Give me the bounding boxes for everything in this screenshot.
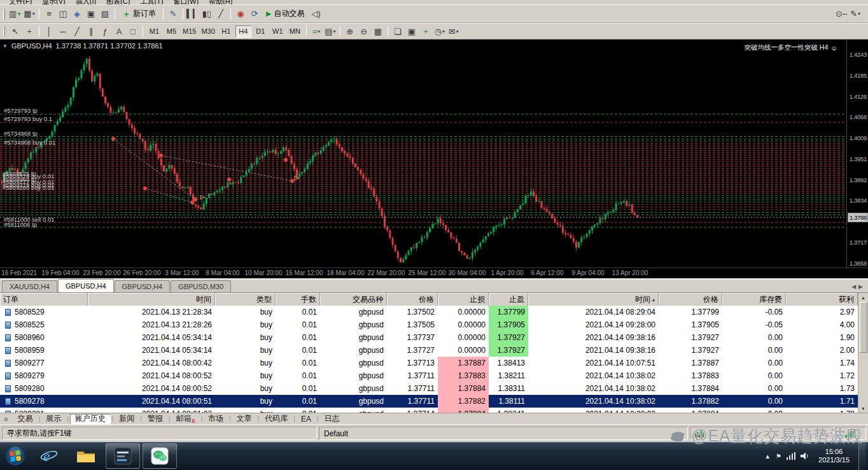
terminal-scrollbar[interactable]: ▲ ▼ — [858, 293, 868, 413]
tile-windows-icon[interactable]: ▦ — [371, 25, 385, 38]
history-row[interactable]: 58089592021.04.14 05:34:14buy0.01gbpusd1… — [0, 344, 868, 357]
network-icon[interactable] — [787, 452, 795, 460]
new-order-button[interactable]: ＋ 新订单 — [118, 7, 160, 21]
toolbar-grip[interactable] — [3, 26, 5, 36]
chart-tab[interactable]: GBPUSD,H4 — [115, 280, 171, 292]
column-header[interactable]: 库存费 — [722, 293, 786, 306]
timeframe-m15-button[interactable]: M15 — [181, 25, 198, 38]
collapse-icon[interactable]: ▼ — [3, 43, 8, 49]
tab-scroll-right-icon[interactable]: ▶ — [858, 283, 863, 290]
column-header[interactable]: 价格 — [659, 293, 722, 306]
profile-status[interactable]: Default — [319, 427, 688, 440]
timeframe-m30-button[interactable]: M30 — [199, 25, 216, 38]
column-header[interactable]: 止损 — [438, 293, 489, 306]
chart-plot[interactable]: ▼ GBPUSD,H4 1.37738 1.37871 1.37702 1.37… — [0, 39, 846, 267]
timeframe-mn-button[interactable]: MN — [287, 25, 303, 38]
taskbar-explorer-button[interactable] — [69, 443, 103, 469]
alerts-icon[interactable]: ◉ — [234, 7, 248, 20]
history-row[interactable]: 58085292021.04.13 21:28:34buy0.01gbpusd1… — [0, 306, 868, 318]
timeframe-w1-button[interactable]: W1 — [270, 25, 286, 38]
strategy-tester-icon[interactable]: ▧ — [98, 7, 112, 20]
history-row[interactable]: 58089602021.04.14 05:34:14buy0.01gbpusd1… — [0, 331, 868, 344]
column-header[interactable]: 时间 — [88, 293, 215, 306]
vertical-line-icon[interactable]: │ — [42, 25, 56, 38]
navigator-icon[interactable]: ◈ — [70, 7, 84, 20]
indicators-icon[interactable]: ≈▾ — [309, 25, 323, 38]
timeframe-m1-button[interactable]: M1 — [146, 25, 162, 38]
price-axis[interactable]: 1.42431.41851.41261.40681.40091.39511.38… — [846, 39, 868, 267]
history-row[interactable]: 58092792021.04.14 08:00:52buy0.01gbpusd1… — [0, 369, 868, 382]
menu-item[interactable]: 插入(I) — [76, 0, 96, 4]
market-watch-icon[interactable]: ≡ — [42, 7, 56, 20]
timeframe-d1-button[interactable]: D1 — [253, 25, 269, 38]
new-window-icon[interactable]: ＋ — [419, 25, 433, 38]
column-header[interactable]: 类型 — [215, 293, 276, 306]
arrange-windows-icon[interactable]: ▣ — [405, 25, 419, 38]
menu-item[interactable]: 工具(T) — [140, 0, 163, 4]
terminal-tab[interactable]: 交易 — [13, 414, 37, 424]
data-window-icon[interactable]: ◫ — [56, 7, 70, 20]
terminal-tab[interactable]: 邮箱6 — [171, 414, 199, 424]
new-chart-icon[interactable]: ▥+ — [8, 7, 22, 20]
chart-tab[interactable]: XAUUSD,H4 — [2, 280, 57, 292]
tab-scroll-left-icon[interactable]: ◀ — [851, 283, 856, 290]
speaker-icon[interactable]: ◁) — [309, 7, 323, 20]
chart-tab[interactable]: GBPUSD,H4 — [58, 279, 114, 292]
start-button[interactable] — [0, 442, 31, 470]
cascade-windows-icon[interactable]: ❏ — [391, 25, 405, 38]
mail-template-icon[interactable]: ✉▾ — [447, 25, 461, 38]
zoom-out-icon[interactable]: ⊖ — [357, 25, 371, 38]
scroll-up-icon[interactable]: ▲ — [861, 293, 865, 302]
taskbar-app-button[interactable] — [106, 443, 140, 469]
terminal-tab[interactable]: 文章 — [232, 414, 256, 424]
taskbar-wechat-button[interactable] — [143, 443, 177, 469]
bar-chart-type-icon[interactable]: ▍▎ — [186, 7, 200, 20]
column-header[interactable]: 获利 — [786, 293, 858, 306]
menu-item[interactable]: 窗口(W) — [173, 0, 199, 4]
taskbar-clock[interactable]: 15:06 2021/3/15 — [815, 448, 853, 464]
menu-item[interactable]: 文件(F) — [9, 0, 32, 4]
zoom-in-icon[interactable]: ⊕ — [343, 25, 357, 38]
column-header[interactable]: 止盈 — [489, 293, 528, 306]
shapes-icon[interactable]: □ — [126, 25, 140, 38]
candlestick-type-icon[interactable]: ▮▯ — [200, 7, 214, 20]
terminal-tab[interactable]: EA — [297, 414, 316, 424]
terminal-tab[interactable]: 警报 — [143, 414, 167, 424]
horizontal-line-icon[interactable]: ─ — [56, 25, 70, 38]
hidden-icons-button[interactable]: ▲ — [764, 453, 771, 460]
column-header[interactable]: 价格 — [387, 293, 438, 306]
profiles-icon[interactable]: ▦▾ — [22, 7, 36, 20]
column-header[interactable]: 时间▴ — [528, 293, 659, 306]
column-header[interactable]: 手数 — [276, 293, 320, 306]
timeframe-h4-button[interactable]: H4 — [235, 25, 251, 38]
history-row[interactable]: 58092772021.04.14 08:00:42buy0.01gbpusd1… — [0, 357, 868, 369]
cursor-icon[interactable]: ↖ — [8, 25, 22, 38]
scroll-thumb[interactable] — [860, 302, 867, 353]
chart-tab[interactable]: GBPUSD,M30 — [171, 280, 231, 292]
timeframe-m5-button[interactable]: M5 — [164, 25, 179, 38]
metaeditor-icon[interactable]: ✎ — [166, 7, 180, 20]
refresh-icon[interactable]: ⟳ — [248, 7, 262, 20]
action-center-icon[interactable]: ⚑ — [776, 453, 781, 460]
history-row[interactable]: 58092782021.04.14 08:00:51buy0.01gbpusd1… — [0, 395, 868, 408]
crosshair-icon[interactable]: ＋ — [22, 25, 36, 38]
search-icon[interactable]: ⊙– — [834, 7, 848, 20]
terminal-tab[interactable]: 展示 — [41, 414, 66, 424]
history-row[interactable]: 58092802021.04.14 08:00:52buy0.01gbpusd1… — [0, 382, 868, 395]
line-chart-type-icon[interactable]: ╱ — [214, 7, 228, 20]
column-header[interactable]: 订单 — [0, 293, 88, 306]
autotrading-button[interactable]: ▶ 自动交易 — [262, 7, 309, 21]
channel-icon[interactable]: ∥ — [84, 25, 98, 38]
period-clock-icon[interactable]: ◷▾ — [433, 25, 447, 38]
menu-item[interactable]: 显示(V) — [42, 0, 66, 4]
history-row[interactable]: 58085252021.04.13 21:28:26buy0.01gbpusd1… — [0, 318, 868, 331]
volume-icon[interactable] — [801, 452, 809, 460]
terminal-tab[interactable]: 市场 — [204, 414, 228, 424]
taskbar-ie-button[interactable]: e — [32, 443, 66, 469]
menu-item[interactable]: 图表(C) — [106, 0, 130, 4]
menu-item[interactable]: 帮助(H) — [209, 0, 232, 4]
templates-icon[interactable]: ▤▾ — [323, 25, 337, 38]
date-axis[interactable]: 16 Feb 202119 Feb 04:0023 Feb 20:0026 Fe… — [0, 267, 868, 278]
terminal-tab[interactable]: 新闻 — [115, 414, 139, 424]
terminal-tab[interactable]: 日志 — [320, 414, 344, 424]
